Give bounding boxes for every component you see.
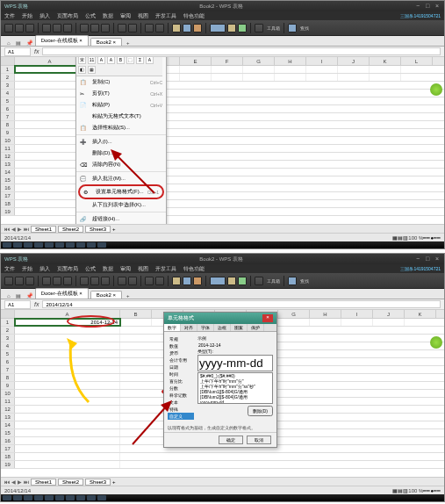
row-header[interactable]: 1 — [1, 319, 15, 326]
fx-icon[interactable]: fx — [31, 301, 42, 307]
tab-home-icon[interactable]: ⌂ — [4, 293, 13, 299]
col-header[interactable]: J — [373, 310, 405, 318]
row-header[interactable]: 16 — [1, 184, 15, 191]
type-list[interactable]: $#,##0_);($#,##0) 上午/下午h"时"mm"分" 上午/下午h"… — [197, 372, 273, 404]
row-col-button[interactable] — [227, 277, 236, 285]
cell[interactable] — [243, 74, 275, 81]
cell[interactable] — [338, 66, 370, 73]
mini-font-button[interactable]: 宋 — [78, 57, 86, 64]
tab-pattern[interactable]: 图案 — [231, 324, 248, 331]
row-header[interactable]: 15 — [1, 176, 15, 184]
menu-dev[interactable]: 开发工具 — [155, 265, 176, 273]
fx-icon[interactable]: fx — [31, 48, 42, 54]
cat-time[interactable]: 时间 — [168, 371, 194, 378]
align-center-button[interactable] — [90, 277, 99, 285]
sheet-nav-prev[interactable]: ◀ — [11, 479, 16, 485]
row-header[interactable]: 7 — [1, 113, 15, 120]
row-header[interactable]: 18 — [1, 200, 15, 207]
percent-button[interactable] — [155, 24, 164, 32]
copy-button[interactable] — [25, 24, 34, 32]
row-header[interactable]: 8 — [1, 121, 15, 128]
cat-custom[interactable]: 自定义 — [168, 413, 194, 420]
cell[interactable] — [15, 437, 120, 444]
sheet-nav-first[interactable]: ⏮ — [4, 227, 10, 232]
tab-book2[interactable]: Book2 × — [90, 38, 122, 46]
tab-add-button[interactable]: + — [124, 293, 133, 299]
taskbar-item[interactable] — [24, 495, 32, 500]
menu-data[interactable]: 数据 — [103, 265, 113, 273]
cat-date[interactable]: 日期 — [168, 364, 194, 371]
tab-protect[interactable]: 保护 — [248, 324, 264, 331]
row-header[interactable]: 4 — [1, 342, 15, 349]
cell[interactable] — [275, 74, 306, 81]
row-header[interactable]: 16 — [1, 437, 15, 444]
user-label[interactable]: 三国杀14191504721 — [400, 13, 441, 18]
ok-button[interactable]: 确定 — [219, 436, 243, 444]
minimize-button[interactable]: − — [414, 3, 421, 10]
row-header[interactable]: 6 — [1, 105, 15, 112]
menu-format-cells[interactable]: ⚙设置单元格格式(F)...Ctrl+1 — [78, 184, 164, 199]
sheet-nav-prev[interactable]: ◀ — [11, 226, 16, 232]
currency-button[interactable] — [145, 277, 154, 285]
cell-a1[interactable] — [15, 66, 85, 73]
cell[interactable] — [15, 327, 120, 334]
tab-home-icon[interactable]: ⌂ — [4, 40, 13, 46]
cell[interactable] — [180, 66, 212, 73]
bold-button[interactable] — [42, 24, 51, 32]
zoom-value[interactable]: 100 % — [408, 235, 423, 241]
cell[interactable] — [15, 176, 85, 184]
sort-button[interactable] — [183, 277, 191, 285]
taskbar-item[interactable] — [34, 242, 43, 248]
cat-percentage[interactable]: 百分比 — [168, 378, 194, 385]
menu-data[interactable]: 数据 — [103, 12, 113, 20]
menu-layout[interactable]: 页面布局 — [57, 12, 78, 20]
taskbar-item[interactable] — [87, 242, 96, 248]
cell[interactable] — [278, 319, 310, 326]
col-header[interactable]: F — [212, 57, 243, 65]
find-icon[interactable] — [288, 277, 297, 285]
menu-hyperlink[interactable]: 🔗超链接(H)... — [76, 213, 166, 224]
mini-size-button[interactable]: 11 — [88, 57, 96, 64]
zoom-value[interactable]: 100 % — [408, 488, 423, 493]
close-button[interactable]: × — [434, 3, 441, 10]
cell-a1[interactable]: 2014-12-14 — [15, 319, 120, 326]
align-left-button[interactable] — [80, 24, 89, 32]
sheet-nav-next[interactable]: ▶ — [18, 226, 22, 232]
restore-button[interactable]: □ — [424, 3, 431, 10]
col-header[interactable]: H — [310, 310, 341, 318]
worksheet-button[interactable] — [238, 24, 247, 32]
col-header[interactable]: L — [401, 57, 433, 65]
format-button[interactable] — [210, 24, 226, 32]
row-header[interactable]: 19 — [1, 461, 15, 468]
row-header[interactable]: 4 — [1, 90, 15, 97]
find-icon[interactable] — [288, 24, 297, 32]
tab-list-icon[interactable]: ▤ — [13, 292, 24, 299]
taskbar-item[interactable] — [3, 242, 11, 248]
menu-clear[interactable]: ⌫清除内容(N) — [76, 159, 166, 170]
type-option[interactable]: yyyy-mm-dd — [198, 400, 272, 404]
taskbar-item[interactable] — [3, 495, 11, 500]
tab-add-button[interactable]: + — [124, 40, 133, 46]
mini-border-button[interactable]: ▦ — [88, 66, 96, 74]
select-all-corner[interactable] — [1, 57, 15, 65]
menu-view[interactable]: 视图 — [138, 265, 148, 273]
format-button[interactable] — [210, 277, 226, 285]
cat-scientific[interactable]: 科学记数 — [168, 392, 194, 399]
cell[interactable] — [275, 66, 306, 73]
mini-sum-button[interactable]: Σ — [136, 57, 144, 64]
sheet-tab-1[interactable]: Sheet1 — [31, 226, 56, 233]
sheet-add-button[interactable]: + — [112, 479, 116, 485]
row-header[interactable]: 11 — [1, 145, 15, 152]
menu-copy[interactable]: 📋复制(C)Ctrl+C — [76, 76, 166, 88]
cell[interactable] — [15, 414, 120, 421]
cat-general[interactable]: 常规 — [168, 335, 194, 342]
cell[interactable] — [15, 74, 85, 81]
row-header[interactable]: 3 — [1, 82, 15, 89]
cut-button[interactable] — [15, 24, 24, 32]
type-input[interactable] — [197, 355, 273, 371]
cell[interactable] — [373, 319, 405, 326]
cell[interactable] — [306, 74, 338, 81]
tab-docer[interactable]: Docer-在线模板 × — [35, 288, 89, 299]
row-header[interactable]: 18 — [1, 453, 15, 460]
cell[interactable] — [15, 200, 85, 207]
